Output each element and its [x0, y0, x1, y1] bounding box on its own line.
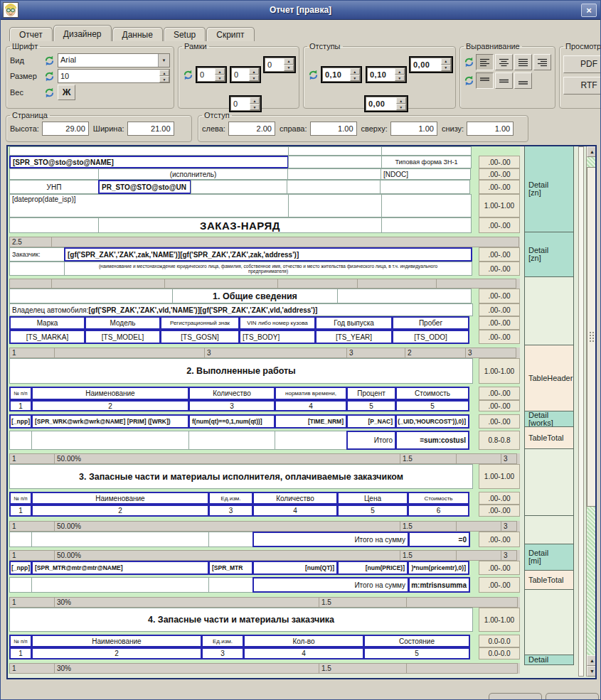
spin-down-icon[interactable]: ▼ — [215, 75, 225, 81]
band-param-cell[interactable] — [54, 348, 205, 358]
report-cell[interactable]: [SPR_WRK@wrk@wrk@NAME] [PRIM] ([WRK]) — [31, 414, 189, 429]
report-cell[interactable] — [9, 289, 173, 303]
report-cell[interactable]: Цена — [337, 492, 408, 505]
band-param-cell[interactable]: 3 — [465, 348, 516, 358]
spin-up-icon[interactable]: ▲ — [284, 58, 294, 65]
report-cell[interactable]: (исполнитель) — [98, 168, 288, 180]
splitter-strip[interactable] — [578, 146, 584, 677]
report-cell[interactable]: 4 — [275, 400, 347, 411]
scrollbar-track[interactable] — [587, 507, 597, 655]
band-height-value[interactable]: 0.8-0.8 — [479, 431, 520, 450]
report-cell[interactable]: 4 — [243, 647, 364, 659]
chevron-down-icon[interactable]: ▼ — [158, 54, 169, 67]
report-cell[interactable]: (_UID,'HOURCOST')),0)] — [395, 414, 469, 429]
report-cell[interactable]: [gf('SPR_ZAK','ZAK',zak,'NAME')][gf('SPR… — [64, 247, 472, 262]
sync-icon[interactable] — [44, 55, 55, 66]
scrollbar-track[interactable] — [587, 157, 597, 167]
valign-bottom-icon[interactable] — [514, 72, 532, 89]
band-param-cell[interactable]: 3 — [204, 348, 347, 358]
band-height-value[interactable]: 1.00-1.00 — [479, 608, 520, 632]
sync-icon[interactable] — [44, 87, 55, 98]
band-param-cell[interactable] — [456, 453, 501, 464]
padding-top-stepper[interactable]: 0,00 ▲▼ — [409, 56, 453, 73]
report-cell[interactable]: Наименование — [31, 387, 189, 400]
band-height-value[interactable]: .00-.00 — [479, 561, 520, 575]
report-cell[interactable]: f(num(qt)==0,1,num(qt))] — [188, 414, 275, 429]
page-height-field[interactable]: 29.00 — [42, 122, 89, 136]
report-cell[interactable]: Типовая форма ЗН-1 — [381, 156, 472, 168]
band-param-cell[interactable]: 1 — [9, 348, 55, 358]
report-cell[interactable] — [380, 180, 470, 194]
report-cell[interactable] — [381, 194, 472, 217]
band-height-value[interactable]: 0.0-0.0 — [479, 635, 520, 647]
report-cell[interactable] — [31, 431, 189, 450]
band-height-value[interactable]: .00-.00 — [479, 505, 520, 517]
report-cell[interactable] — [9, 168, 99, 180]
report-cell[interactable] — [9, 577, 32, 593]
report-cell[interactable]: [_npp] — [9, 414, 32, 429]
spin-down-icon[interactable]: ▼ — [249, 75, 259, 81]
report-cell[interactable] — [381, 217, 472, 233]
spin-up-icon[interactable]: ▲ — [441, 58, 451, 65]
band-param-cell[interactable] — [456, 521, 501, 532]
band-param-cell[interactable] — [9, 279, 52, 289]
band-param-cell[interactable]: 1.5 — [400, 521, 457, 532]
scrollbar-thumb[interactable] — [587, 167, 597, 507]
frame-bottom-stepper[interactable]: 0 ▲▼ — [229, 95, 262, 112]
report-cell[interactable] — [31, 532, 209, 547]
report-cell[interactable]: [num(PRICE)] — [337, 561, 408, 575]
margin-bottom-field[interactable]: 1.00 — [467, 122, 514, 136]
band-height-value[interactable]: .00-.00 — [479, 217, 520, 233]
report-cell[interactable] — [9, 532, 32, 547]
band-height-value[interactable]: .00-.00 — [479, 180, 520, 194]
report-cell[interactable]: [P_NAC] — [346, 414, 396, 429]
band-param-cell[interactable]: 1 — [9, 597, 55, 608]
report-cell[interactable]: =0 — [408, 532, 470, 547]
align-right-icon[interactable] — [533, 54, 551, 70]
padding-bottom-stepper[interactable]: 0,00 ▲▼ — [364, 95, 408, 112]
band-param-cell[interactable]: 1 — [9, 663, 55, 674]
margin-left-field[interactable]: 2.00 — [228, 122, 275, 136]
report-cell[interactable]: Наименование — [31, 635, 202, 647]
band-height-value[interactable]: .00-.00 — [479, 400, 520, 411]
report-cell[interactable]: Модель — [85, 316, 161, 330]
spin-down-icon[interactable]: ▼ — [395, 75, 405, 81]
report-cell[interactable]: [TS_GOSN] — [160, 330, 240, 344]
sync-icon[interactable] — [183, 70, 193, 80]
report-cell[interactable] — [288, 156, 382, 168]
report-cell[interactable] — [208, 577, 253, 593]
band-label[interactable]: TableHeader — [524, 345, 574, 411]
vertical-scrollbar[interactable]: ▲ ▲ ▼ — [586, 146, 597, 677]
spin-down-icon[interactable]: ▼ — [441, 65, 451, 71]
band-param-cell[interactable] — [406, 597, 518, 608]
report-cell[interactable]: 2 — [31, 400, 189, 411]
report-cell[interactable]: Итого — [346, 431, 396, 450]
band-param-cell[interactable] — [164, 279, 278, 289]
report-cell[interactable] — [275, 431, 347, 450]
report-cell[interactable]: 1 — [9, 647, 32, 659]
band-param-cell[interactable]: 3 — [501, 521, 517, 532]
report-cell[interactable] — [208, 532, 253, 547]
band-param-cell[interactable]: 50.00% — [54, 521, 400, 532]
report-cell[interactable]: УНП — [9, 180, 99, 194]
spin-up-icon[interactable]: ▲ — [395, 68, 405, 75]
sync-icon[interactable] — [308, 70, 319, 80]
spin-up-icon[interactable]: ▲ — [350, 68, 360, 75]
report-cell[interactable]: Процент — [346, 387, 396, 400]
report-cell[interactable]: Стоимость — [408, 492, 469, 505]
frame-right-stepper[interactable]: 0 ▲▼ — [230, 66, 261, 83]
band-param-cell[interactable]: 1 — [9, 453, 55, 464]
report-cell[interactable]: № п/п — [9, 492, 32, 505]
report-cell[interactable]: [TS_ODO] — [392, 330, 469, 344]
spin-up-icon[interactable]: ▲ — [396, 97, 406, 104]
report-cell[interactable]: 3 — [201, 647, 244, 659]
report-cell[interactable]: 6 — [408, 505, 469, 517]
band-param-cell[interactable]: 50.00% — [54, 453, 400, 464]
margin-right-field[interactable]: 1.00 — [310, 122, 357, 136]
report-cell[interactable]: Регистрационный знак — [160, 316, 240, 330]
frame-top-stepper[interactable]: 0 ▲▼ — [263, 56, 296, 73]
report-cell[interactable]: 3 — [208, 505, 253, 517]
band-param-cell[interactable]: 3 — [501, 453, 517, 464]
report-cell[interactable]: Количество — [188, 387, 275, 400]
report-cell[interactable]: 4 — [252, 505, 338, 517]
